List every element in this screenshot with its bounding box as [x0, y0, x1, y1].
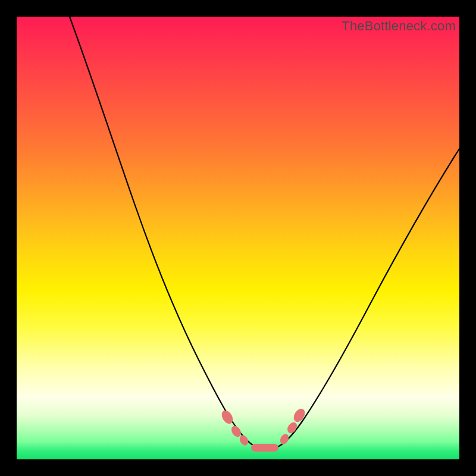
curve-layer — [17, 17, 459, 459]
curve-right-branch — [276, 149, 459, 447]
marker-dot — [292, 407, 307, 424]
plot-area: TheBottleneck.com — [17, 17, 459, 459]
curve-left-branch — [70, 17, 257, 447]
watermark-text: TheBottleneck.com — [342, 18, 456, 34]
marker-pill — [251, 444, 278, 452]
chart-container: TheBottleneck.com — [0, 0, 476, 476]
